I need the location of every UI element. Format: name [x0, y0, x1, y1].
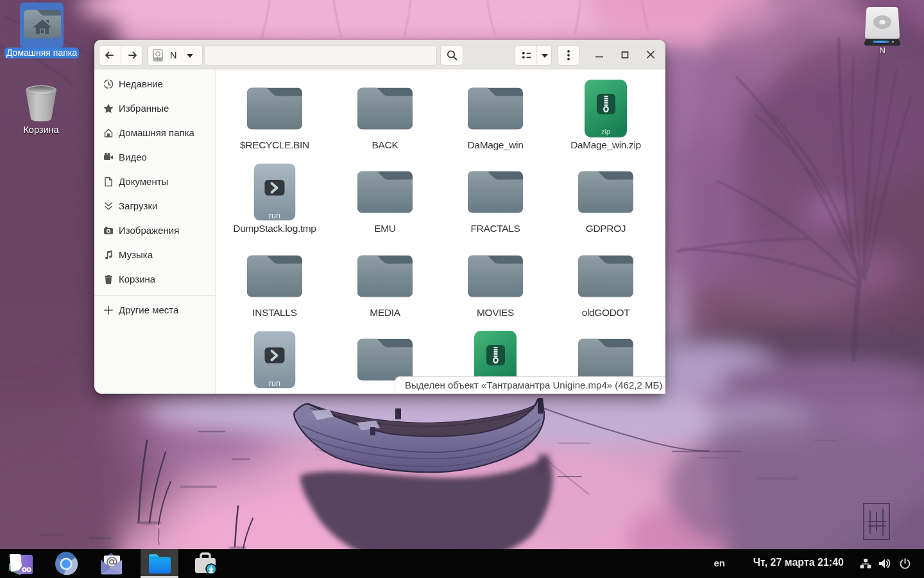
- svg-text:N: N: [170, 50, 176, 60]
